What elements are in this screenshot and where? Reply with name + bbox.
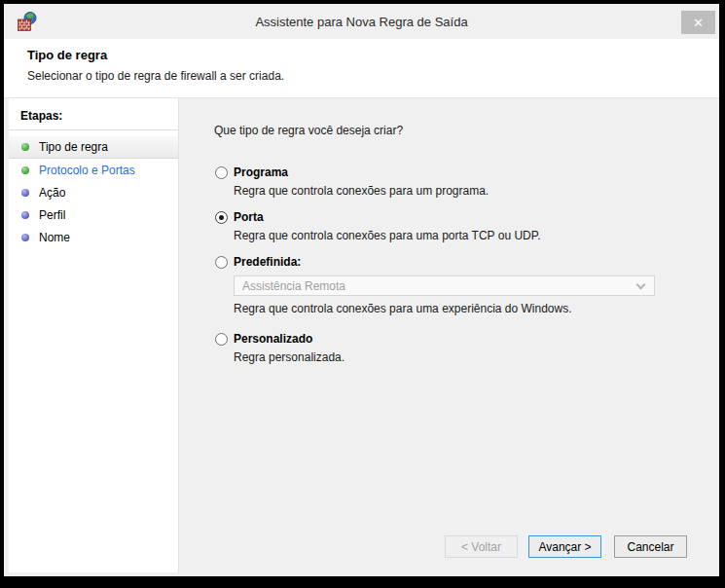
option-personalizado: Personalizado Regra personalizada. (215, 330, 719, 365)
option-label: Porta (234, 210, 264, 224)
rule-type-options: Programa Regra que controla conexões par… (215, 164, 719, 365)
radio-row-predefinida[interactable]: Predefinida: (215, 253, 719, 271)
step-item-perfil: Perfil (9, 203, 178, 226)
dropdown-value: Assistência Remota (242, 279, 345, 293)
radio-row-personalizado[interactable]: Personalizado (215, 330, 719, 348)
page-header: Tipo de regra Selecionar o tipo de regra… (4, 39, 719, 98)
wizard-buttons: < Voltar Avançar > Cancelar (445, 535, 687, 558)
window-title: Assistente para Nova Regra de Saída (4, 15, 719, 29)
option-description: Regra que controla conexões para um prog… (234, 184, 719, 199)
option-porta: Porta Regra que controla conexões para u… (215, 208, 719, 243)
wizard-window: Assistente para Nova Regra de Saída ✕ Ti… (0, 0, 725, 588)
steps-divider (9, 129, 178, 130)
next-button[interactable]: Avançar > (528, 535, 601, 558)
close-button[interactable]: ✕ (681, 11, 715, 34)
step-label: Tipo de regra (39, 140, 108, 154)
step-item-protocolo-e-portas[interactable]: Protocolo e Portas (9, 159, 178, 181)
radio-programa[interactable] (215, 166, 228, 179)
step-bullet-icon (21, 166, 29, 174)
chevron-down-icon (636, 280, 646, 290)
predefined-rule-dropdown[interactable]: Assistência Remota (234, 276, 655, 296)
back-button[interactable]: < Voltar (445, 535, 518, 558)
option-label: Programa (234, 165, 288, 179)
option-description: Regra personalizada. (234, 350, 719, 365)
step-item-tipo-de-regra: Tipo de regra (9, 136, 178, 159)
step-label: Protocolo e Portas (39, 164, 135, 177)
option-description: Regra que controla conexões para uma por… (234, 229, 719, 243)
step-bullet-icon (21, 189, 29, 197)
step-item-nome: Nome (9, 226, 178, 248)
close-icon: ✕ (693, 16, 704, 30)
step-item-acao: Ação (9, 181, 178, 203)
step-bullet-icon (21, 234, 29, 241)
wizard-dialog: Assistente para Nova Regra de Saída ✕ Ti… (4, 4, 719, 576)
firewall-icon (17, 11, 38, 32)
step-bullet-icon (21, 143, 29, 151)
step-label: Nome (39, 231, 70, 244)
main-content: Que tipo de regra você deseja criar? Pro… (179, 98, 719, 572)
radio-personalizado[interactable] (215, 333, 228, 346)
steps-sidebar: Etapas: Tipo de regra Protocolo e Portas… (9, 98, 178, 572)
cancel-button[interactable]: Cancelar (614, 535, 687, 558)
step-label: Perfil (39, 208, 65, 222)
radio-row-porta[interactable]: Porta (215, 208, 719, 226)
option-label: Personalizado (234, 332, 312, 346)
page-title: Tipo de regra (27, 48, 719, 62)
radio-predefinida[interactable] (215, 256, 228, 269)
step-bullet-icon (21, 211, 29, 219)
option-predefinida: Predefinida: Assistência Remota Regra qu… (215, 253, 719, 316)
radio-row-programa[interactable]: Programa (215, 164, 719, 181)
option-description: Regra que controla conexões para uma exp… (234, 302, 719, 316)
title-bar[interactable]: Assistente para Nova Regra de Saída ✕ (4, 4, 719, 39)
option-label: Predefinida: (234, 255, 301, 269)
question-text: Que tipo de regra você deseja criar? (179, 98, 719, 137)
radio-porta[interactable] (215, 211, 228, 224)
steps-list: Tipo de regra Protocolo e Portas Ação Pe… (9, 136, 178, 248)
step-label: Ação (39, 186, 65, 200)
page-subtitle: Selecionar o tipo de regra de firewall a… (27, 69, 719, 83)
steps-heading: Etapas: (9, 98, 178, 129)
option-programa: Programa Regra que controla conexões par… (215, 164, 719, 199)
wizard-body: Etapas: Tipo de regra Protocolo e Portas… (4, 98, 719, 576)
